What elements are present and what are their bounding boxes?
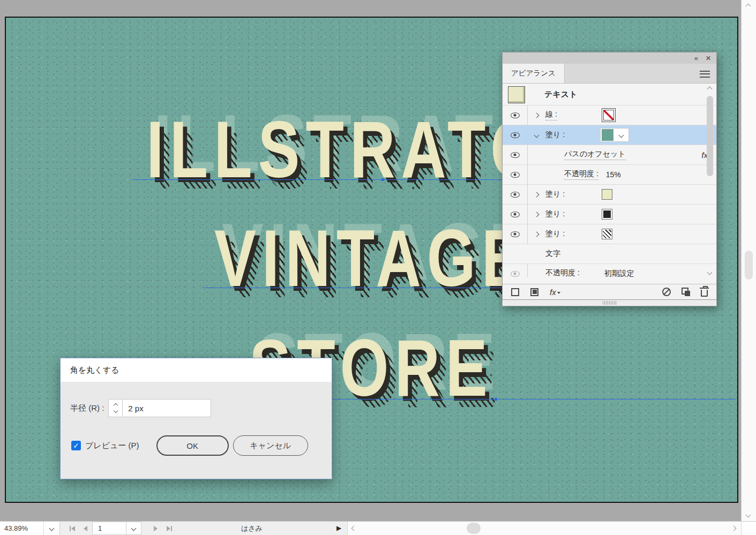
status-expand-icon[interactable]: ▶ [336, 522, 346, 535]
appearance-row-opacity-default[interactable]: 不透明度 : 初期設定 [503, 264, 716, 277]
opacity-link[interactable]: 不透明度 : [564, 169, 598, 180]
panel-scrollbar[interactable] [706, 86, 714, 275]
appearance-row-characters[interactable]: 文字 [503, 244, 716, 264]
panel-scrollbar-thumb[interactable] [707, 96, 713, 176]
eye-icon [511, 172, 520, 178]
horizontal-scrollbar[interactable] [347, 522, 741, 535]
stepper-down-icon[interactable] [114, 409, 118, 413]
scroll-left-icon[interactable] [351, 526, 357, 531]
radius-stepper[interactable] [108, 399, 122, 417]
scroll-down-icon[interactable] [707, 270, 713, 275]
opacity-link[interactable]: 不透明度 : [545, 268, 580, 277]
scroll-up-icon[interactable] [707, 87, 713, 92]
zoom-dropdown-button[interactable] [44, 522, 60, 535]
appearance-row-opacity-15[interactable]: 不透明度 : 15% [503, 165, 716, 185]
appearance-panel: « × アピアランス テキスト 線 : [502, 52, 717, 306]
triangle-left-icon [71, 526, 75, 531]
preview-checkbox[interactable]: ✓ [71, 441, 81, 450]
appearance-row-fill-black[interactable]: 塗り : [503, 205, 716, 224]
visibility-toggle[interactable] [503, 185, 528, 204]
appearance-list: テキスト 線 : 塗り : [503, 84, 716, 277]
anchor-point[interactable] [381, 178, 384, 181]
teal-fill-swatch[interactable] [602, 129, 613, 141]
visibility-toggle[interactable] [503, 224, 528, 244]
scroll-down-icon[interactable] [746, 513, 751, 518]
scroll-right-icon[interactable] [731, 526, 737, 531]
stroke-label[interactable]: 線 : [545, 110, 557, 120]
resize-grip-icon [603, 301, 617, 305]
first-artboard-button[interactable] [65, 522, 79, 535]
appearance-row-fill-pattern[interactable]: 塗り : [503, 224, 716, 244]
clear-appearance-icon[interactable] [662, 288, 671, 296]
visibility-toggle[interactable] [503, 264, 528, 277]
appearance-row-offset-path[interactable]: パスのオフセット fx [503, 145, 716, 165]
chevron-right-icon[interactable] [534, 231, 540, 237]
vertical-scrollbar-thumb[interactable] [745, 251, 753, 280]
visibility-toggle[interactable] [503, 106, 528, 125]
triangle-right-icon [154, 526, 158, 531]
visibility-toggle[interactable] [503, 145, 528, 164]
swatch-dropdown[interactable] [613, 133, 628, 137]
close-panel-icon[interactable]: × [706, 54, 711, 63]
visibility-toggle[interactable] [503, 125, 528, 145]
opacity-default-value: 初期設定 [604, 269, 634, 277]
chevron-down-icon[interactable] [534, 132, 540, 138]
current-tool-status[interactable]: はさみ [209, 522, 295, 535]
anchor-point[interactable] [495, 398, 497, 401]
fill-label[interactable]: 塗り : [545, 190, 565, 199]
dialog-titlebar[interactable]: 角を丸くする [61, 358, 332, 382]
chevron-down-icon [131, 526, 137, 531]
artboard-dropdown-button[interactable] [126, 522, 141, 535]
visibility-toggle[interactable] [503, 165, 528, 184]
offset-path-effect-link[interactable]: パスのオフセット [564, 149, 626, 160]
vertical-scrollbar[interactable] [741, 0, 756, 521]
eye-icon [511, 231, 520, 237]
collapse-panel-icon[interactable]: « [694, 55, 697, 62]
add-new-effect-button[interactable]: fx [550, 288, 560, 297]
add-new-fill-icon[interactable] [530, 288, 538, 296]
panel-menu-icon[interactable] [700, 71, 710, 78]
next-artboard-button[interactable] [149, 522, 162, 535]
target-label: テキスト [544, 89, 577, 100]
cancel-button[interactable]: キャンセル [233, 435, 308, 456]
zoom-level-field[interactable]: 43.89% [0, 522, 44, 535]
visibility-toggle[interactable] [503, 205, 528, 224]
zoom-level-value: 43.89% [4, 524, 28, 532]
chevron-down-icon [49, 526, 55, 531]
scrollbar-corner [741, 522, 756, 535]
fill-color-picker[interactable] [600, 128, 629, 142]
fill-label[interactable]: 塗り : [545, 130, 565, 140]
radius-input[interactable] [122, 399, 211, 417]
chevron-right-icon[interactable] [534, 192, 540, 197]
cream-fill-swatch[interactable] [602, 189, 612, 200]
dropdown-triangle-icon [557, 292, 560, 296]
characters-label[interactable]: 文字 [545, 249, 560, 259]
artboard-number-field[interactable]: 1 [92, 522, 126, 535]
black-fill-swatch[interactable] [602, 209, 612, 220]
appearance-row-fill-selected[interactable]: 塗り : [503, 125, 716, 145]
eye-icon [511, 271, 520, 277]
pattern-fill-swatch[interactable] [602, 229, 612, 239]
fill-label[interactable]: 塗り : [545, 229, 565, 239]
appearance-footer-toolbar: fx [503, 284, 716, 299]
add-new-stroke-icon[interactable] [511, 288, 519, 296]
stepper-up-icon[interactable] [114, 403, 118, 408]
delete-item-icon[interactable] [701, 290, 708, 297]
previous-artboard-button[interactable] [79, 522, 92, 535]
duplicate-item-icon[interactable] [682, 288, 690, 296]
appearance-row-stroke[interactable]: 線 : [503, 106, 716, 125]
preview-label[interactable]: プレビュー (P) [85, 441, 139, 451]
horizontal-scrollbar-thumb[interactable] [467, 523, 481, 534]
panel-resize-handle[interactable] [502, 300, 717, 306]
eye-icon [511, 212, 520, 217]
tab-appearance[interactable]: アピアランス [503, 64, 565, 83]
chevron-right-icon[interactable] [534, 112, 540, 118]
fill-label[interactable]: 塗り : [545, 209, 565, 219]
chevron-right-icon[interactable] [534, 212, 540, 217]
ok-button[interactable]: OK [156, 435, 229, 456]
appearance-row-fill-cream[interactable]: 塗り : [503, 185, 716, 205]
last-artboard-button[interactable] [162, 522, 176, 535]
scroll-up-icon[interactable] [746, 4, 751, 9]
last-bar-icon [171, 526, 172, 531]
stroke-none-swatch[interactable] [602, 108, 616, 122]
